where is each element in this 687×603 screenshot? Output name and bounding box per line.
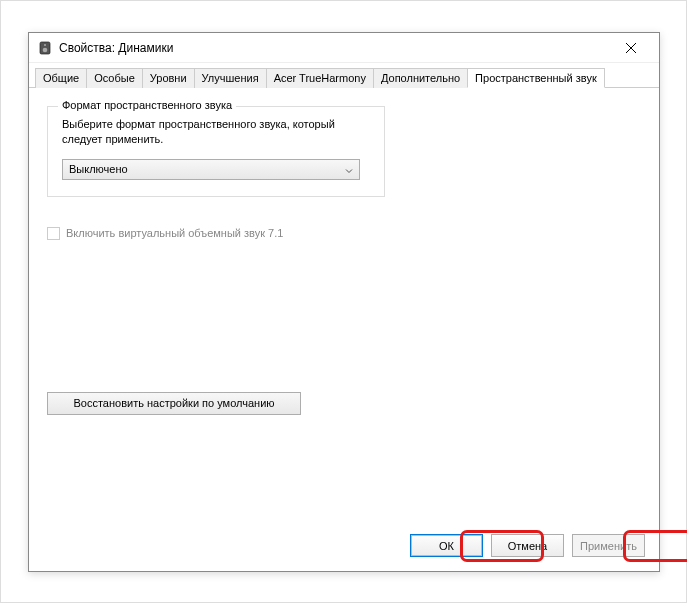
svg-point-1: [43, 47, 48, 52]
ok-button[interactable]: ОК: [410, 534, 483, 557]
close-button[interactable]: [611, 34, 651, 62]
tab-general[interactable]: Общие: [35, 68, 87, 88]
group-title: Формат пространственного звука: [58, 99, 236, 111]
dropdown-value: Выключено: [69, 163, 345, 175]
tab-custom[interactable]: Особые: [86, 68, 143, 88]
spatial-format-group: Формат пространственного звука Выберите …: [47, 106, 385, 197]
tab-advanced[interactable]: Дополнительно: [373, 68, 468, 88]
svg-point-2: [44, 44, 46, 46]
close-icon: [626, 43, 636, 53]
tab-levels[interactable]: Уровни: [142, 68, 195, 88]
tab-spatial-sound[interactable]: Пространственный звук: [467, 68, 605, 88]
speaker-icon: [37, 40, 53, 56]
tab-strip: Общие Особые Уровни Улучшения Acer TrueH…: [29, 67, 659, 88]
cancel-button[interactable]: Отмена: [491, 534, 564, 557]
checkbox-label: Включить виртуальный объемный звук 7.1: [66, 227, 283, 239]
virtual-surround-row: Включить виртуальный объемный звук 7.1: [47, 227, 641, 240]
tab-trueharmony[interactable]: Acer TrueHarmony: [266, 68, 374, 88]
virtual-surround-checkbox[interactable]: [47, 227, 60, 240]
titlebar: Свойства: Динамики: [29, 33, 659, 63]
group-description: Выберите формат пространственного звука,…: [62, 117, 370, 147]
window-title: Свойства: Динамики: [59, 41, 611, 55]
apply-button[interactable]: Применить: [572, 534, 645, 557]
tab-enhancements[interactable]: Улучшения: [194, 68, 267, 88]
properties-dialog: Свойства: Динамики Общие Особые Уровни У…: [28, 32, 660, 572]
chevron-down-icon: [345, 165, 353, 173]
spatial-format-dropdown[interactable]: Выключено: [62, 159, 360, 180]
restore-defaults-button[interactable]: Восстановить настройки по умолчанию: [47, 392, 301, 415]
tab-content: Формат пространственного звука Выберите …: [29, 88, 659, 429]
dialog-button-bar: ОК Отмена Применить: [410, 534, 645, 557]
